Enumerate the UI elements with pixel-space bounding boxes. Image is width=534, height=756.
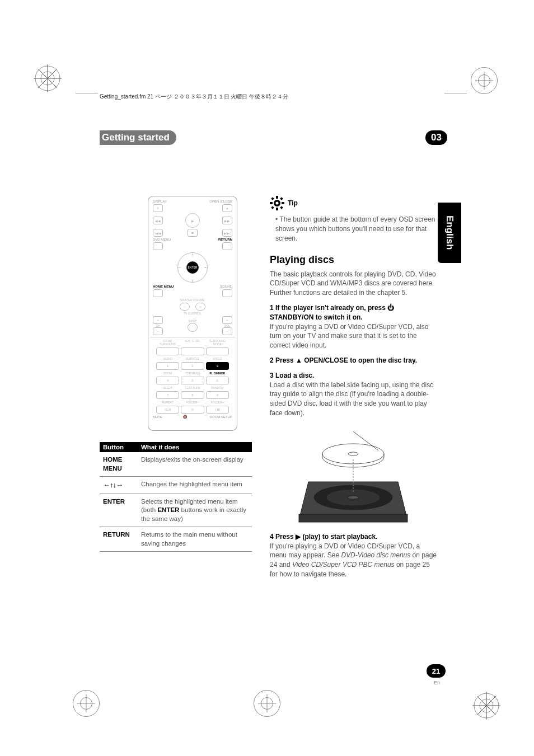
remote-repeat-label: REPEAT <box>156 401 179 404</box>
chapter-title: Getting started <box>100 130 176 145</box>
remote-fwd-btn: ▶▶ <box>222 217 232 224</box>
svg-point-21 <box>276 202 279 205</box>
remote-mode3: SURROUND MODE <box>206 339 229 346</box>
printer-mark-br <box>472 692 500 720</box>
remote-mute-label: MUTE <box>153 415 162 419</box>
step-1-body: If you're playing a DVD or Video CD/Supe… <box>270 322 437 350</box>
disc-tray-illustration <box>294 426 412 527</box>
remote-folderm-label: FOLDER– <box>181 401 204 404</box>
step-1: 1 If the player isn't already on, press … <box>270 304 394 321</box>
remote-num-btn: >10 <box>206 406 229 414</box>
remote-dvdmenu-btn <box>153 242 163 250</box>
remote-input-label: INPUT <box>188 320 198 323</box>
table-row: RETURN Returns to the main menu without … <box>100 527 252 552</box>
step-4-body: If you're playing a DVD or Video CD/Supe… <box>270 542 437 579</box>
step-2: 2 Press ▲ OPEN/CLOSE to open the disc tr… <box>270 356 417 364</box>
svg-rect-19 <box>271 206 274 209</box>
remote-vol-down: – <box>180 303 190 311</box>
remote-openclose-label: OPEN /CLOSE <box>209 200 232 203</box>
remote-subtitle-label: SUBTITLE <box>181 357 204 360</box>
remote-mastervol-label: MASTER VOLUME <box>151 298 235 302</box>
remote-topmenu-label: TOP MENU <box>181 372 204 375</box>
remote-num-btn: 3 <box>206 362 229 370</box>
remote-ch-down: – <box>153 327 163 335</box>
remote-audio-label: AUDIO <box>156 357 179 360</box>
table-row: ENTER Selects the highlighted menu item … <box>100 494 252 527</box>
table-desc: Changes the highlighted menu item <box>138 477 252 494</box>
remote-mode2: ADV. SURR. <box>181 339 204 346</box>
section-heading-playing-discs: Playing discs <box>270 253 437 267</box>
page-lang-code: En <box>434 680 440 685</box>
svg-rect-14 <box>276 208 278 210</box>
section-intro: The basic playback controls for playing … <box>270 270 437 298</box>
remote-sound-btn <box>222 289 232 297</box>
step-4: 4 Press ▶ (play) to start playback. <box>270 533 377 541</box>
reg-mark-bc <box>254 690 280 717</box>
eject-icon: ▲ <box>296 356 302 364</box>
remote-rev-btn: ◀◀ <box>153 217 163 224</box>
chapter-bar: Getting started 03 <box>100 130 447 145</box>
table-row: HOME MENU Displays/exits the on-screen d… <box>100 452 252 477</box>
tip-bullet: The button guide at the bottom of every … <box>275 215 437 243</box>
gear-icon <box>270 196 284 210</box>
remote-vol-up: + <box>195 303 205 311</box>
remote-control-diagram: DISPLAYOPEN /CLOSE II▲ ◀◀ ▶ ▶▶ |◀◀■▶▶| D… <box>148 196 237 431</box>
remote-mode-btn <box>156 348 179 355</box>
remote-tvvol-down: – <box>222 327 232 335</box>
table-desc: Selects the highlighted menu item (both … <box>138 494 252 527</box>
step-3: 3 Load a disc. <box>270 372 314 379</box>
remote-num-btn: 4 <box>156 377 179 384</box>
svg-line-24 <box>353 431 378 450</box>
svg-rect-15 <box>270 202 273 204</box>
table-desc: Returns to the main menu without saving … <box>138 527 252 552</box>
remote-clr-btn: CLR <box>156 406 179 414</box>
remote-angle-label: ANGLE <box>206 357 229 360</box>
remote-play-btn: ▶ <box>185 213 200 228</box>
remote-return-btn <box>222 242 232 250</box>
table-key: HOME MENU <box>100 452 138 477</box>
reg-mark-bl <box>73 690 100 717</box>
button-function-table: Button What it does HOME MENU Displays/e… <box>100 442 252 552</box>
standby-icon: ⏻ <box>387 304 394 312</box>
remote-folderp-label: FOLDER+ <box>206 401 229 404</box>
remote-mode1: FRONT SURROUND <box>156 339 179 346</box>
remote-sleep-label: SLEEP <box>156 386 179 389</box>
svg-rect-20 <box>280 206 283 209</box>
remote-mode-btn <box>206 348 229 355</box>
svg-rect-28 <box>299 514 407 522</box>
page-header-meta: Getting_started.fm 21 ページ ２００３年３月１１日 火曜日… <box>100 93 288 101</box>
remote-display-label: DISPLAY <box>153 200 167 203</box>
printer-mark-tl <box>34 64 62 92</box>
remote-dvdmenu-label: DVD MENU <box>153 238 171 241</box>
remote-num-btn: 5 <box>181 377 204 384</box>
remote-input-btn <box>188 323 198 332</box>
remote-num-btn: 8 <box>181 391 204 399</box>
svg-rect-16 <box>282 202 284 204</box>
mute-icon: 🔇 <box>183 415 189 419</box>
table-header-desc: What it does <box>138 442 252 452</box>
svg-point-23 <box>348 452 358 456</box>
table-row: ←↑↓→ Changes the highlighted menu item <box>100 477 252 494</box>
remote-tvvol-up: + <box>222 316 232 324</box>
svg-rect-13 <box>276 196 278 199</box>
remote-testtone-label: TEST TONE <box>181 386 204 389</box>
table-key: RETURN <box>100 527 138 552</box>
remote-eject-btn: ▲ <box>222 204 232 212</box>
remote-num-btn: 6 <box>206 377 229 384</box>
remote-random-label: RANDOM <box>206 386 229 389</box>
remote-prev-btn: |◀◀ <box>153 229 163 237</box>
step-3-body: Load a disc with the label side facing u… <box>270 381 437 418</box>
svg-rect-18 <box>280 197 283 200</box>
svg-rect-17 <box>271 197 274 200</box>
remote-homemenu-btn <box>153 289 163 297</box>
remote-pause-btn: II <box>153 204 163 212</box>
table-header-button: Button <box>100 442 138 452</box>
remote-return-label: RETURN <box>218 238 232 241</box>
remote-sound-label: SOUND <box>220 285 232 288</box>
remote-dpad: ↑ ↓ ← → ENTER <box>177 252 208 283</box>
remote-enter-btn: ENTER <box>186 261 199 274</box>
remote-num-btn: 7 <box>156 391 179 399</box>
remote-tvcontrol-label: TV CONTROL <box>151 312 235 315</box>
svg-point-27 <box>348 496 359 499</box>
language-tab: English <box>438 203 461 263</box>
